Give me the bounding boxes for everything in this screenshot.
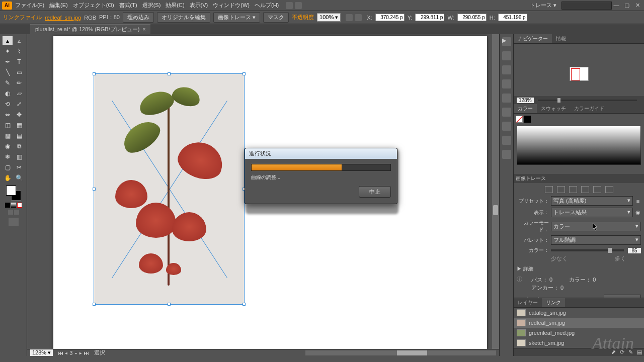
search-input[interactable] [561,2,612,10]
menu-object[interactable]: オブジェクト(O) [73,2,114,9]
dock-icon[interactable] [502,150,511,159]
dock-icon[interactable] [502,94,511,103]
menu-window[interactable]: ウィンドウ(W) [213,2,250,9]
link-action-icon[interactable]: ⬈ [611,349,616,355]
h-field[interactable] [498,14,527,21]
gradient-tool[interactable]: ▤ [14,131,24,140]
menu-select[interactable]: 選択(S) [142,2,161,9]
align-icon[interactable] [346,14,353,21]
hand-tool[interactable]: ✋ [3,173,13,183]
menu-type[interactable]: 書式(T) [119,2,137,9]
lasso-tool[interactable]: ⌇ [14,47,24,56]
blob-brush-tool[interactable]: ◐ [3,89,13,98]
fill-swatch[interactable] [516,116,523,123]
selection-tool[interactable]: ▴ [3,36,13,45]
dock-icon[interactable] [502,136,511,145]
symbol-sprayer-tool[interactable]: ❅ [3,152,13,161]
link-action-icon[interactable]: ▤ [637,349,642,355]
gradient-mode-icon[interactable] [11,203,16,208]
color-tab[interactable]: カラー [514,104,537,113]
dock-icon[interactable]: ▶ [502,37,511,46]
link-item[interactable]: catalog_sm.jpg [514,308,644,318]
palette-select[interactable]: フル階調▾ [551,235,641,245]
eraser-tool[interactable]: ▱ [14,89,24,98]
paintbrush-tool[interactable]: ✎ [3,78,13,87]
detail-disclosure[interactable]: ▶ 詳細 [517,265,641,273]
width-tool[interactable]: ⇔ [3,110,13,119]
maximize-button[interactable]: ▢ [622,2,631,9]
menu-effect[interactable]: 効果(C) [166,2,184,9]
minimize-button[interactable]: — [612,2,621,8]
horizontal-scrollbar[interactable] [305,350,496,355]
layers-tab[interactable]: レイヤー [514,298,542,307]
color-guide-tab[interactable]: カラーガイド [570,104,608,113]
link-item[interactable]: sketch_sm.jpg [514,338,644,348]
zoom-tool[interactable]: 🔍 [14,173,24,183]
info-tab[interactable]: 情報 [552,34,570,43]
document-tab-close[interactable]: × [142,27,145,32]
perspective-tool[interactable]: ▦ [14,121,24,130]
mode-select[interactable]: カラー▾ [551,222,641,231]
menu-view[interactable]: 表示(V) [190,2,208,9]
document-tab[interactable]: pluralist_re.ai* @ 128% (RGB/プレビュー) × [30,24,150,34]
artboard-tool[interactable]: ▢ [3,163,13,172]
color-mode-icon[interactable] [5,203,10,208]
navigator-zoom[interactable]: 128% [517,98,534,103]
pen-tool[interactable]: ✒ [3,57,13,66]
y-field[interactable] [415,14,444,21]
transform-icon[interactable] [355,14,362,21]
linked-file-name[interactable]: redleaf_sm.jpg [45,15,81,21]
direct-selection-tool[interactable]: ▵ [14,36,24,45]
navigator-tab[interactable]: ナビゲーター [514,34,552,43]
edit-original-button[interactable]: オリジナルを編集 [157,12,210,23]
trace-preset-icon[interactable] [593,186,601,193]
trace-preset-icon[interactable] [557,186,565,193]
page-nav[interactable]: ⏮ ◀ 3 ▾ ▶ ⏭ [58,350,89,356]
rectangle-tool[interactable]: ▭ [14,68,24,77]
trace-dropdown[interactable]: トレース ▾ [530,2,556,9]
swatches-tab[interactable]: スウォッチ [537,104,570,113]
trace-preset-icon[interactable] [581,186,589,193]
cancel-button[interactable]: 中止 [359,186,391,198]
graph-tool[interactable]: ▥ [14,152,24,161]
link-item[interactable]: redleaf_sm.jpg [514,318,644,328]
close-button[interactable]: ✕ [633,2,642,9]
scale-tool[interactable]: ⤢ [14,100,24,109]
dock-icon[interactable] [502,65,511,74]
line-tool[interactable]: ╲ [3,68,13,77]
image-trace-button[interactable]: 画像トレース ▾ [213,12,260,23]
placed-image[interactable] [94,73,245,305]
dock-icon[interactable] [502,79,511,88]
color-spectrum[interactable] [517,126,641,165]
embed-button[interactable]: 埋め込み [123,12,154,23]
link-item[interactable]: greenleaf_med.jpg [514,328,644,338]
screen-mode2-icon[interactable] [14,210,19,215]
vertical-scrollbar[interactable] [492,34,499,356]
menu-file[interactable]: ファイル(F) [15,2,44,9]
type-tool[interactable]: T [14,57,24,66]
link-action-icon[interactable]: ✎ [628,349,633,355]
screen-mode-icon[interactable] [8,210,13,215]
mesh-tool[interactable]: ▩ [3,131,13,140]
stroke-swatch[interactable] [524,116,531,123]
slice-tool[interactable]: ✂ [14,163,24,172]
opacity-field[interactable]: 100% ▾ [317,13,341,22]
navigator-thumbnail[interactable] [570,67,589,81]
preset-select[interactable]: 写真 (高精度)▾ [551,196,633,206]
fill-stroke-swatch[interactable] [6,186,21,201]
links-tab[interactable]: リンク [542,298,565,307]
link-action-icon[interactable]: ⟳ [620,349,624,355]
eyedropper-tool[interactable]: ◉ [3,142,13,151]
menu-help[interactable]: ヘルプ(H) [255,2,279,9]
dock-icon[interactable] [502,51,511,60]
trace-preset-icon[interactable] [545,186,553,193]
rotate-tool[interactable]: ⟲ [3,100,13,109]
colors-slider[interactable] [551,249,624,251]
status-zoom[interactable]: 128% ▾ [30,349,53,356]
layout2-icon[interactable] [295,2,302,9]
none-mode-icon[interactable] [17,203,22,208]
magic-wand-tool[interactable]: ✦ [3,47,13,56]
dock-icon[interactable] [502,122,511,131]
dock-icon[interactable] [502,108,511,117]
draw-mode-icon[interactable] [9,218,19,226]
